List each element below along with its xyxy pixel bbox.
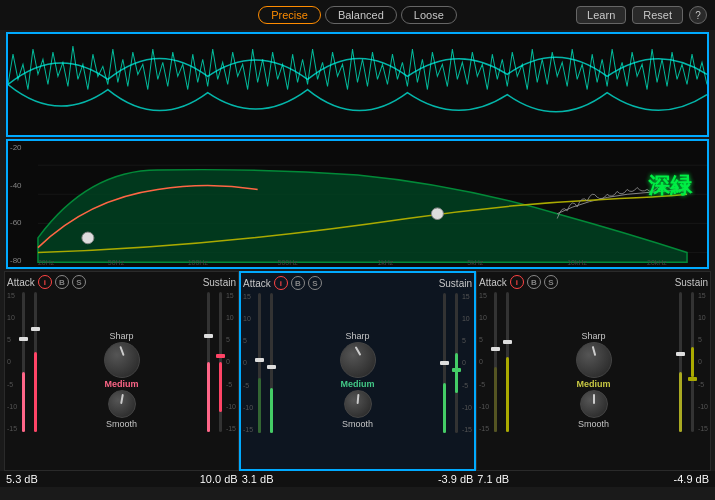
ch2-right-fader-section: 151050-5-10-15: [440, 293, 472, 467]
learn-button[interactable]: Learn: [576, 6, 626, 24]
freq-display: -20 -40 -60 -80 20Hz 50Hz 100Hz 500Hz 1k…: [6, 139, 709, 269]
channel-2: Attack i B S Sustain 151050-5-10-15: [239, 271, 476, 471]
ch3-db-left: 7.1 dB: [477, 473, 509, 485]
ch2-db-right: -3.9 dB: [438, 473, 473, 485]
ch3-attack-fader2[interactable]: [503, 292, 511, 432]
channels-area: Attack i B S Sustain 151050-5-10-15: [0, 271, 715, 471]
ch1-attack-fader[interactable]: [19, 292, 27, 432]
ch1-right-scale: 151050-5-10-15: [226, 292, 236, 432]
kanji-annotation: 深緑: [648, 171, 692, 201]
ch2-attack-fader2[interactable]: [267, 293, 275, 433]
ch1-db-left: 5.3 dB: [6, 473, 38, 485]
waveform-display: [6, 32, 709, 137]
ch3-attack-knob[interactable]: [576, 342, 612, 378]
ch1-left-fader-section: 151050-5-10-15: [7, 292, 39, 468]
ch2-attack-fader1[interactable]: [255, 293, 263, 433]
ch2-attack-knob[interactable]: [340, 342, 376, 378]
ch1-attack-fader2[interactable]: [31, 292, 39, 432]
ch3-left-scale: 151050-5-10-15: [479, 292, 489, 432]
ch1-db-right: 10.0 dB: [200, 473, 238, 485]
ch2-sharp-label: Sharp: [345, 331, 369, 341]
ch2-icon-b[interactable]: B: [291, 276, 305, 290]
ch1-sustain-fader1[interactable]: [204, 292, 212, 432]
ch2-attack-label: Attack: [243, 278, 271, 289]
annotation-container: 深緑: [648, 171, 692, 201]
ch3-attack-label: Attack: [479, 277, 507, 288]
help-button[interactable]: ?: [689, 6, 707, 24]
ch1-icon-s[interactable]: S: [72, 275, 86, 289]
svg-text:100Hz: 100Hz: [188, 259, 209, 266]
ch3-smooth-label: Smooth: [578, 419, 609, 429]
ch2-icon-s[interactable]: S: [308, 276, 322, 290]
ch1-smooth-label: Smooth: [106, 419, 137, 429]
mode-balanced[interactable]: Balanced: [325, 6, 397, 24]
ch1-sharp-label: Sharp: [109, 331, 133, 341]
ch2-sustain-knob[interactable]: [344, 390, 372, 418]
ch1-attack-knob[interactable]: [104, 342, 140, 378]
mode-precise[interactable]: Precise: [258, 6, 321, 24]
ch3-medium-label: Medium: [576, 379, 610, 389]
svg-text:500Hz: 500Hz: [278, 259, 299, 266]
ch3-sharp-label: Sharp: [581, 331, 605, 341]
right-controls: Learn Reset ?: [576, 6, 707, 24]
ch2-right-scale: 151050-5-10-15: [462, 293, 472, 433]
ch2-icon-i[interactable]: i: [274, 276, 288, 290]
ch2-header: Attack i B S Sustain: [243, 275, 472, 291]
ch3-inner: 151050-5-10-15 Sharp Medium: [479, 290, 708, 468]
reset-button[interactable]: Reset: [632, 6, 683, 24]
ch1-icon-b[interactable]: B: [55, 275, 69, 289]
ch1-left-scale: 151050-5-10-15: [7, 292, 17, 432]
svg-point-6: [82, 232, 94, 244]
ch3-icon-b[interactable]: B: [527, 275, 541, 289]
ch2-sustain-fader1[interactable]: [440, 293, 448, 433]
ch2-sustain-label: Sustain: [439, 278, 472, 289]
ch2-left-scale: 151050-5-10-15: [243, 293, 253, 433]
svg-text:20Hz: 20Hz: [38, 259, 55, 266]
top-bar: Precise Balanced Loose Learn Reset ?: [0, 0, 715, 30]
mode-loose[interactable]: Loose: [401, 6, 457, 24]
svg-text:10kHz: 10kHz: [567, 259, 587, 266]
ch3-knobs: Sharp Medium Smooth: [513, 292, 674, 468]
svg-text:20kHz: 20kHz: [647, 259, 667, 266]
ch1-db-row: 5.3 dB 10.0 dB: [4, 473, 240, 485]
ch2-left-fader-section: 151050-5-10-15: [243, 293, 275, 467]
ch1-right-fader-section: 151050-5-10-15: [204, 292, 236, 468]
ch1-medium-label: Medium: [104, 379, 138, 389]
ch3-right-fader-section: 151050-5-10-15: [676, 292, 708, 468]
ch1-sustain-knob[interactable]: [108, 390, 136, 418]
freq-scale-labels: -20 -40 -60 -80: [8, 141, 38, 267]
ch1-attack-label: Attack: [7, 277, 35, 288]
ch3-sustain-fader2[interactable]: [688, 292, 696, 432]
channel-1: Attack i B S Sustain 151050-5-10-15: [4, 271, 239, 471]
ch1-knobs: Sharp Medium Smooth: [41, 292, 202, 468]
ch3-left-fader-section: 151050-5-10-15: [479, 292, 511, 468]
ch1-sustain-fader2[interactable]: [216, 292, 224, 432]
ch3-db-right: -4.9 dB: [674, 473, 709, 485]
ch3-right-scale: 151050-5-10-15: [698, 292, 708, 432]
channel-3: Attack i B S Sustain 151050-5-10-15: [476, 271, 711, 471]
ch3-icon-s[interactable]: S: [544, 275, 558, 289]
ch2-db-left: 3.1 dB: [242, 473, 274, 485]
ch1-sustain-label: Sustain: [203, 277, 236, 288]
ch2-inner: 151050-5-10-15 Sharp Medium: [243, 291, 472, 467]
svg-text:50Hz: 50Hz: [108, 259, 125, 266]
ch3-sustain-fader1[interactable]: [676, 292, 684, 432]
ch1-inner: 151050-5-10-15 Sharp Me: [7, 290, 236, 468]
ch2-knobs: Sharp Medium Smooth: [277, 293, 438, 467]
ch3-sustain-label: Sustain: [675, 277, 708, 288]
ch2-sustain-fader2[interactable]: [452, 293, 460, 433]
svg-text:5kHz: 5kHz: [467, 259, 483, 266]
ch3-icon-i[interactable]: i: [510, 275, 524, 289]
db-footer: 5.3 dB 10.0 dB 3.1 dB -3.9 dB 7.1 dB -4.…: [0, 471, 715, 487]
svg-text:1kHz: 1kHz: [377, 259, 393, 266]
ch2-db-row: 3.1 dB -3.9 dB: [240, 473, 476, 485]
ch1-header: Attack i B S Sustain: [7, 274, 236, 290]
ch2-smooth-label: Smooth: [342, 419, 373, 429]
svg-point-7: [431, 208, 443, 220]
ch3-header: Attack i B S Sustain: [479, 274, 708, 290]
ch3-attack-fader1[interactable]: [491, 292, 499, 432]
ch3-sustain-knob[interactable]: [580, 390, 608, 418]
ch1-icon-i[interactable]: i: [38, 275, 52, 289]
ch3-db-row: 7.1 dB -4.9 dB: [475, 473, 711, 485]
ch2-medium-label: Medium: [340, 379, 374, 389]
